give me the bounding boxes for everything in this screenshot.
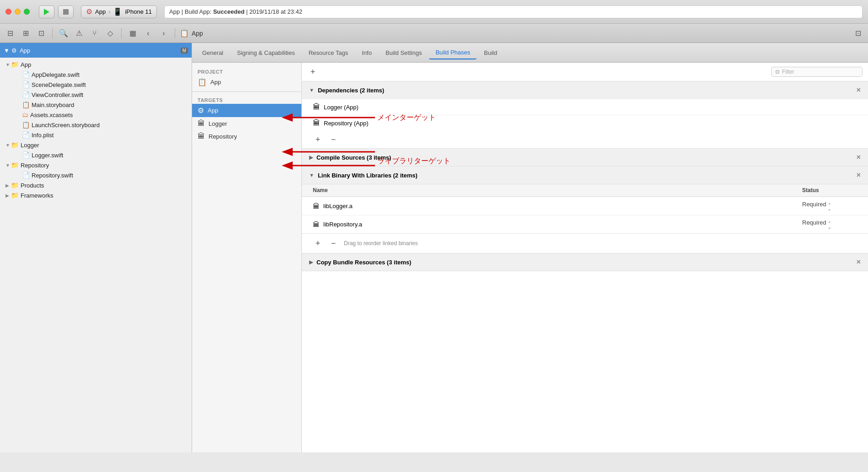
tab-general[interactable]: General xyxy=(196,47,230,59)
project-navigator-panel: PROJECT 📋 App TARGETS ⚙ App 🏛 Logger xyxy=(192,63,302,452)
tree-item-app-folder[interactable]: ▼ 📁 App xyxy=(0,59,192,70)
dep-item-logger: 🏛 Logger (App) xyxy=(302,99,868,115)
collapse-arrow: ▼ xyxy=(4,47,10,54)
maximize-button[interactable] xyxy=(24,9,30,15)
lib-repository-name: libRepository.a xyxy=(323,221,362,228)
tree-item-frameworks[interactable]: ▶ 📁 Frameworks xyxy=(0,190,192,200)
editor-toolbar: + ⊙ Filter xyxy=(302,63,868,81)
compile-sources-close[interactable]: × xyxy=(857,153,861,161)
dep-logger-icon: 🏛 xyxy=(313,103,320,111)
stop-button[interactable] xyxy=(58,5,74,18)
warning-icon[interactable]: ⚠ xyxy=(73,27,86,40)
tree-item-launchscreen[interactable]: 📋 LaunchScreen.storyboard xyxy=(0,120,192,130)
nav-item-project-app[interactable]: 📋 App xyxy=(192,75,301,89)
filter-icon: ⊙ xyxy=(775,69,780,75)
expand-arrow: ▼ xyxy=(5,62,11,67)
scheme-selector[interactable]: ⚙ App › 📱 iPhone 11 xyxy=(81,5,157,18)
git-icon[interactable]: ⑂ xyxy=(88,27,101,40)
add-phase-button[interactable]: + xyxy=(307,66,318,77)
lib-logger-name: libLogger.a xyxy=(323,203,353,209)
forward-nav-icon[interactable]: › xyxy=(157,27,170,40)
nav-item-target-app[interactable]: ⚙ App xyxy=(192,104,301,117)
secondary-toolbar: ⊟ ⊞ ⊡ 🔍 ⚠ ⑂ ◇ ▦ ‹ › 📋 App ⊡ xyxy=(0,24,868,43)
folder-icon: 📁 xyxy=(11,192,19,199)
status-stepper[interactable]: ⌃⌄ xyxy=(828,203,831,211)
dep-controls: + − xyxy=(302,131,868,148)
tree-item-repository-folder[interactable]: ▼ 📁 Repository xyxy=(0,160,192,170)
app-icon: ⚙ xyxy=(11,47,17,54)
tree-item-assets[interactable]: 🗂 Assets.xcassets xyxy=(0,110,192,120)
dep-remove-button[interactable]: − xyxy=(328,134,338,145)
swift-file-icon: 📄 xyxy=(22,71,30,78)
tree-item-products[interactable]: ▶ 📁 Products xyxy=(0,180,192,190)
grid-icon[interactable]: ▦ xyxy=(126,27,139,40)
tree-item-repository-swift[interactable]: 📄 Repository.swift xyxy=(0,170,192,180)
copy-bundle-header[interactable]: ▶ Copy Bundle Resources (3 items) × xyxy=(302,253,868,271)
tab-build[interactable]: Build xyxy=(477,47,504,59)
dep-logger-label: Logger (App) xyxy=(324,104,359,111)
play-button[interactable] xyxy=(39,5,54,18)
compile-sources-header[interactable]: ▶ Compile Sources (3 items) × xyxy=(302,149,868,166)
link-remove-button[interactable]: − xyxy=(328,238,338,248)
filter-box[interactable]: ⊙ Filter xyxy=(771,67,863,77)
nav-item-target-repository[interactable]: 🏛 Repository xyxy=(192,130,301,143)
toolbar-separator-3 xyxy=(175,28,175,38)
tab-signing[interactable]: Signing & Capabilities xyxy=(230,47,301,59)
nav-breadcrumb-label: App xyxy=(192,30,203,37)
target-app-icon: ⚙ xyxy=(198,106,204,115)
version-control-icon[interactable]: ⊞ xyxy=(19,27,32,40)
sidebar-root-label: App xyxy=(20,47,30,54)
content-area: PROJECT 📋 App TARGETS ⚙ App 🏛 Logger xyxy=(192,63,868,452)
tab-resource-tags[interactable]: Resource Tags xyxy=(302,47,354,59)
tree-item-viewcontroller[interactable]: 📄 ViewController.swift xyxy=(0,90,192,100)
nav-separator xyxy=(192,91,301,92)
dependencies-toggle: ▼ xyxy=(309,87,314,93)
tree-item-appdelegate[interactable]: 📄 AppDelegate.swift xyxy=(0,70,192,80)
compile-sources-toggle: ▶ xyxy=(309,155,313,161)
storyboard-icon: 📋 xyxy=(22,101,30,108)
link-binary-table-header: Name Status xyxy=(302,184,868,197)
status-stepper-2[interactable]: ⌃⌄ xyxy=(828,221,831,230)
tab-info[interactable]: Info xyxy=(355,47,378,59)
tree-item-scenedelegate[interactable]: 📄 SceneDelegate.swift xyxy=(0,80,192,90)
storyboard-icon: 📋 xyxy=(22,121,30,129)
minimize-button[interactable] xyxy=(15,9,21,15)
tab-build-settings[interactable]: Build Settings xyxy=(379,47,429,59)
breakpoint-icon[interactable]: ◇ xyxy=(104,27,117,40)
dep-add-button[interactable]: + xyxy=(313,134,323,145)
tab-build-phases[interactable]: Build Phases xyxy=(429,46,477,59)
close-button[interactable] xyxy=(5,9,11,15)
tree-item-infoplist[interactable]: 📄 Info.plist xyxy=(0,130,192,140)
tree-item-mainstoryboard[interactable]: 📋 Main.storyboard xyxy=(0,100,192,110)
project-icon: 📋 xyxy=(198,78,207,86)
dependencies-close[interactable]: × xyxy=(857,86,861,94)
sidebar-header: ▼ ⚙ App M xyxy=(0,43,192,58)
folder-icon: 📁 xyxy=(11,182,19,189)
dependencies-header[interactable]: ▼ Dependencies (2 items) × xyxy=(302,81,868,99)
table-row-librepository: 🏛 libRepository.a Required ⌃⌄ xyxy=(302,215,868,233)
filter-placeholder: Filter xyxy=(782,69,794,75)
toolbar-separator-2 xyxy=(121,28,122,38)
inspector-toggle-icon[interactable]: ⊡ xyxy=(852,27,864,40)
search-icon[interactable]: 🔍 xyxy=(57,27,70,40)
target-logger-icon: 🏛 xyxy=(198,119,205,128)
toolbar-separator xyxy=(52,28,53,38)
folder-icon: 📁 xyxy=(11,161,19,169)
editor-panel: + ⊙ Filter ▼ Dependencies (2 items) × xyxy=(302,63,868,452)
link-binary-close[interactable]: × xyxy=(857,171,861,179)
back-nav-icon[interactable]: ‹ xyxy=(142,27,155,40)
tree-item-logger-swift[interactable]: 📄 Logger.swift xyxy=(0,150,192,160)
tree-item-logger-folder[interactable]: ▼ 📁 Logger xyxy=(0,140,192,150)
sidebar-toggle-icon[interactable]: ⊟ xyxy=(4,27,16,40)
plist-icon: 📄 xyxy=(22,131,30,139)
link-add-button[interactable]: + xyxy=(313,238,323,248)
dependencies-title: Dependencies (2 items) xyxy=(318,87,384,94)
assets-icon: 🗂 xyxy=(22,111,28,118)
targets-section-label: TARGETS xyxy=(192,95,301,104)
link-binary-toggle: ▼ xyxy=(309,172,314,178)
copy-bundle-close[interactable]: × xyxy=(857,258,861,266)
link-binary-header[interactable]: ▼ Link Binary With Libraries (2 items) × xyxy=(302,166,868,184)
nav-item-target-logger[interactable]: 🏛 Logger xyxy=(192,117,301,130)
folder-icon: 📁 xyxy=(11,61,19,68)
code-review-icon[interactable]: ⊡ xyxy=(35,27,48,40)
